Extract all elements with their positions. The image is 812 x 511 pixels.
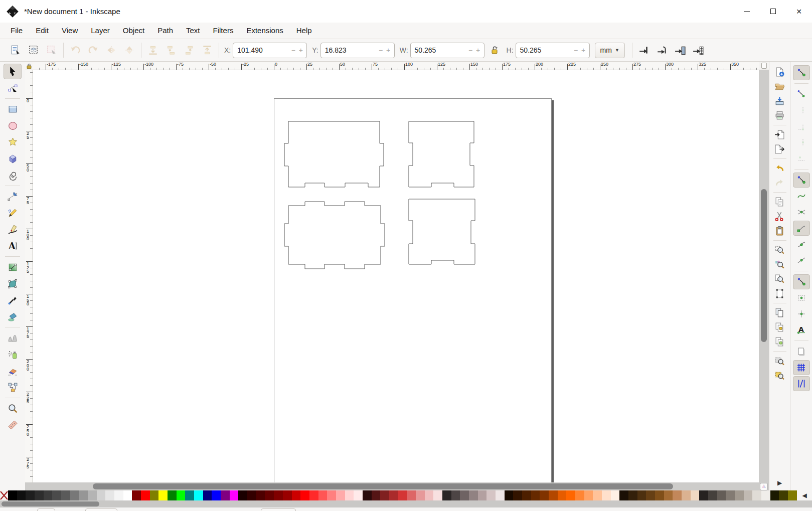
palette-swatch[interactable] bbox=[558, 490, 567, 500]
tool-dropper[interactable] bbox=[4, 292, 22, 308]
palette-swatch[interactable] bbox=[752, 490, 761, 500]
redo-button[interactable] bbox=[772, 176, 788, 190]
horizontal-scrollbar-thumb[interactable] bbox=[93, 483, 673, 489]
palette-swatch[interactable] bbox=[61, 490, 70, 500]
box-panel-wide-top[interactable] bbox=[284, 121, 384, 187]
scale-corners-toggle[interactable] bbox=[657, 45, 668, 56]
palette-swatch[interactable] bbox=[70, 490, 79, 500]
palette-swatch[interactable] bbox=[779, 490, 788, 500]
new-document-button[interactable] bbox=[772, 65, 788, 79]
palette-swatch[interactable] bbox=[416, 490, 425, 500]
rotate-cw-button[interactable] bbox=[88, 45, 99, 56]
horizontal-scrollbar[interactable] bbox=[25, 482, 759, 490]
palette-swatch[interactable] bbox=[442, 490, 451, 500]
palette-swatch[interactable] bbox=[584, 490, 593, 500]
snap-rotation-centers-toggle[interactable] bbox=[793, 306, 810, 321]
paste-button[interactable] bbox=[772, 224, 788, 238]
document-properties-button[interactable] bbox=[772, 286, 788, 301]
palette-swatch[interactable] bbox=[628, 490, 637, 500]
y-minus-button[interactable]: − bbox=[377, 46, 385, 54]
palette-swatch[interactable] bbox=[247, 490, 256, 500]
palette-swatch[interactable] bbox=[735, 490, 744, 500]
palette-swatch[interactable] bbox=[531, 490, 540, 500]
palette-swatch[interactable] bbox=[372, 490, 381, 500]
palette-swatch[interactable] bbox=[611, 490, 620, 500]
lower-button[interactable] bbox=[166, 45, 177, 56]
palette-swatch[interactable] bbox=[682, 490, 691, 500]
palette-swatch[interactable] bbox=[300, 490, 309, 500]
snap-cusp-nodes-toggle[interactable] bbox=[793, 221, 810, 236]
palette-swatch[interactable] bbox=[469, 490, 478, 500]
duplicate-button[interactable] bbox=[772, 305, 788, 320]
select-all-layers-button[interactable] bbox=[28, 45, 39, 56]
palette-swatch[interactable] bbox=[505, 490, 514, 500]
horizontal-ruler[interactable]: -175-150-125-100-75-50-25025507510012515… bbox=[33, 62, 759, 70]
palette-swatch[interactable] bbox=[265, 490, 274, 500]
cut-button[interactable] bbox=[772, 209, 788, 224]
palette-swatch[interactable] bbox=[88, 490, 97, 500]
palette-swatch[interactable] bbox=[123, 490, 132, 500]
palette-swatch[interactable] bbox=[17, 490, 26, 500]
palette-swatch[interactable] bbox=[256, 490, 265, 500]
snap-nodes-toggle[interactable] bbox=[793, 173, 810, 188]
tool-connector[interactable] bbox=[4, 380, 22, 395]
width-minus-button[interactable]: − bbox=[467, 46, 474, 54]
snap-path-intersections-toggle[interactable] bbox=[793, 205, 810, 220]
tool-text[interactable]: A bbox=[4, 238, 22, 254]
palette-swatch[interactable] bbox=[363, 490, 372, 500]
vertical-ruler[interactable]: 0255075100125150175200225250275 bbox=[25, 70, 33, 482]
snap-bbox-edge-midpoints-toggle[interactable] bbox=[793, 135, 810, 150]
y-field[interactable]: 16.823 − + bbox=[320, 43, 395, 58]
move-gradients-toggle[interactable] bbox=[675, 45, 686, 56]
box-panel-tabbed-bottom[interactable] bbox=[284, 202, 385, 269]
palette-swatch[interactable] bbox=[637, 490, 646, 500]
palette-swatch[interactable] bbox=[478, 490, 487, 500]
box-panel-square-top-right[interactable] bbox=[409, 121, 474, 187]
width-plus-button[interactable]: + bbox=[474, 46, 482, 54]
ruler-corner[interactable] bbox=[25, 62, 33, 70]
vertical-scrollbar-thumb[interactable] bbox=[761, 189, 767, 342]
clone-button[interactable] bbox=[772, 320, 788, 334]
palette-swatch[interactable] bbox=[194, 490, 203, 500]
zoom-drawing-button[interactable] bbox=[772, 257, 788, 272]
palette-swatch[interactable] bbox=[646, 490, 655, 500]
palette-scroll-left-arrow[interactable]: ◀ bbox=[797, 490, 812, 500]
palette-swatch[interactable] bbox=[398, 490, 407, 500]
close-button[interactable]: ✕ bbox=[786, 0, 812, 23]
zoom-selection-button[interactable] bbox=[772, 243, 788, 257]
tool-spray[interactable] bbox=[4, 347, 22, 362]
canvas[interactable] bbox=[33, 70, 759, 482]
move-patterns-toggle[interactable] bbox=[693, 45, 704, 56]
tool-star[interactable] bbox=[4, 134, 22, 150]
menu-filters[interactable]: Filters bbox=[207, 23, 240, 39]
palette-scrollbar[interactable] bbox=[0, 500, 812, 507]
height-field[interactable]: 50.265 − + bbox=[516, 43, 590, 58]
palette-swatch[interactable] bbox=[141, 490, 150, 500]
save-button[interactable] bbox=[772, 94, 788, 108]
tool-gradient[interactable] bbox=[4, 259, 22, 275]
palette-swatch[interactable] bbox=[691, 490, 700, 500]
palette-swatch[interactable] bbox=[788, 490, 797, 500]
palette-swatch[interactable] bbox=[8, 490, 17, 500]
units-dropdown[interactable]: mm ▼ bbox=[595, 43, 625, 58]
vertical-scrollbar[interactable] bbox=[759, 70, 769, 482]
menu-layer[interactable]: Layer bbox=[84, 23, 116, 39]
snap-smooth-nodes-toggle[interactable] bbox=[793, 237, 810, 252]
x-field[interactable]: 101.490 − + bbox=[233, 43, 307, 58]
palette-swatch[interactable] bbox=[292, 490, 301, 500]
palette-swatch[interactable] bbox=[79, 490, 88, 500]
palette-swatch[interactable] bbox=[496, 490, 505, 500]
snap-bounding-box-toggle[interactable] bbox=[793, 87, 810, 102]
palette-swatch[interactable] bbox=[150, 490, 159, 500]
palette-swatch[interactable] bbox=[336, 490, 345, 500]
palette-swatch[interactable] bbox=[230, 490, 239, 500]
export-button[interactable] bbox=[772, 142, 788, 156]
tool-rectangle[interactable] bbox=[4, 101, 22, 117]
tool-eraser[interactable] bbox=[4, 363, 22, 379]
palette-swatch[interactable] bbox=[345, 490, 354, 500]
snap-grid-toggle[interactable] bbox=[793, 360, 810, 375]
tool-selector[interactable] bbox=[4, 64, 22, 79]
palette-swatch[interactable] bbox=[575, 490, 584, 500]
tool-pencil[interactable] bbox=[4, 205, 22, 221]
snap-page-border-toggle[interactable] bbox=[793, 344, 810, 359]
